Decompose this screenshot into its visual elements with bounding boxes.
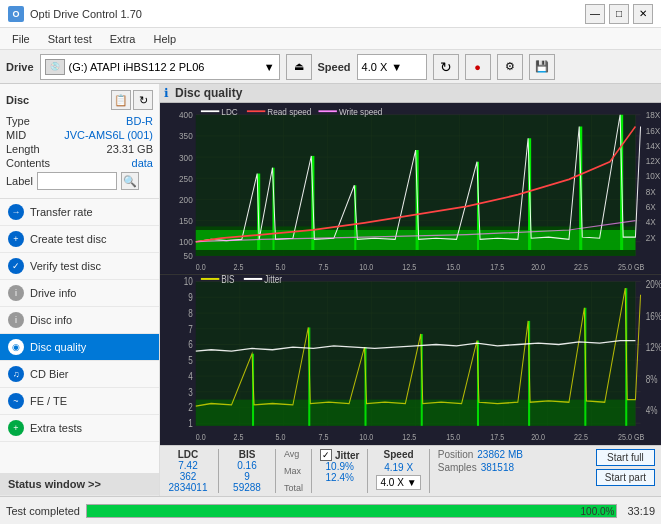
- disc-contents-label: Contents: [6, 157, 50, 169]
- avg-label: Avg: [284, 449, 303, 459]
- bis-total: 59288: [233, 482, 261, 493]
- maximize-button[interactable]: □: [609, 4, 629, 24]
- svg-text:14X: 14X: [646, 140, 661, 151]
- drive-selector[interactable]: 💿 (G:) ATAPI iHBS112 2 PL06 ▼: [40, 54, 280, 80]
- drive-info-icon: i: [8, 285, 24, 301]
- position-label: Position: [438, 449, 474, 460]
- menu-bar: File Start test Extra Help: [0, 28, 661, 50]
- sidebar-item-drive-info[interactable]: i Drive info: [0, 280, 159, 307]
- sidebar-item-cd-bier[interactable]: ♫ CD Bier: [0, 361, 159, 388]
- svg-text:12.5: 12.5: [402, 432, 416, 442]
- title-bar-controls: — □ ✕: [585, 4, 653, 24]
- disc-quality-label: Disc quality: [30, 341, 86, 353]
- minimize-button[interactable]: —: [585, 4, 605, 24]
- svg-text:7.5: 7.5: [318, 263, 328, 273]
- svg-text:7.5: 7.5: [318, 432, 328, 442]
- fe-te-icon: ~: [8, 393, 24, 409]
- ldc-header: LDC: [178, 449, 199, 460]
- sidebar-item-disc-quality[interactable]: ◉ Disc quality: [0, 334, 159, 361]
- ldc-max: 362: [180, 471, 197, 482]
- panel-title: Disc quality: [175, 86, 242, 100]
- close-button[interactable]: ✕: [633, 4, 653, 24]
- status-window-button[interactable]: Status window >>: [0, 473, 159, 496]
- disc-copy-icon[interactable]: 📋: [111, 90, 131, 110]
- speed-label: Speed: [318, 61, 351, 73]
- svg-text:22.5: 22.5: [574, 263, 588, 273]
- create-test-disc-icon: +: [8, 231, 24, 247]
- jitter-checkbox[interactable]: ✓: [320, 449, 332, 461]
- sidebar-item-verify-test-disc[interactable]: ✓ Verify test disc: [0, 253, 159, 280]
- jitter-header: Jitter: [335, 450, 359, 461]
- stats-labels: Avg Max Total: [284, 449, 303, 493]
- ldc-total: 2834011: [169, 482, 208, 493]
- speed-stat-label: Speed: [384, 449, 414, 460]
- svg-text:25.0 GB: 25.0 GB: [618, 432, 645, 442]
- menu-help[interactable]: Help: [145, 31, 184, 47]
- ldc-chart: 400 350 300 250 200 150 100 50 18X 16X 1…: [160, 103, 661, 275]
- disc-label-input[interactable]: [37, 172, 117, 190]
- title-bar-left: O Opti Drive Control 1.70: [8, 6, 142, 22]
- jitter-stats: ✓ Jitter 10.9% 12.4%: [320, 449, 359, 493]
- sidebar-item-create-test-disc[interactable]: + Create test disc: [0, 226, 159, 253]
- extra-tests-label: Extra tests: [30, 422, 82, 434]
- svg-text:400: 400: [179, 110, 193, 121]
- svg-text:Jitter: Jitter: [264, 275, 282, 285]
- time-display: 33:19: [627, 505, 655, 517]
- svg-text:Write speed: Write speed: [339, 106, 383, 117]
- disc-length-label: Length: [6, 143, 40, 155]
- cd-bier-icon: ♫: [8, 366, 24, 382]
- speed-value: 4.0 X: [362, 61, 388, 73]
- sidebar-item-extra-tests[interactable]: + Extra tests: [0, 415, 159, 442]
- sidebar-item-fe-te[interactable]: ~ FE / TE: [0, 388, 159, 415]
- jitter-max: 12.4%: [326, 472, 354, 483]
- disc-mid-row: MID JVC-AMS6L (001): [6, 128, 153, 142]
- svg-text:250: 250: [179, 173, 193, 184]
- menu-extra[interactable]: Extra: [102, 31, 144, 47]
- position-row: Position 23862 MB: [438, 449, 523, 460]
- app-icon: O: [8, 6, 24, 22]
- disc-button[interactable]: ●: [465, 54, 491, 80]
- save-button[interactable]: 💾: [529, 54, 555, 80]
- status-text: Test completed: [6, 505, 80, 517]
- svg-text:2.5: 2.5: [234, 432, 244, 442]
- menu-start-test[interactable]: Start test: [40, 31, 100, 47]
- svg-text:0.0: 0.0: [196, 432, 206, 442]
- disc-contents-row: Contents data: [6, 156, 153, 170]
- transfer-rate-icon: →: [8, 204, 24, 220]
- disc-type-row: Type BD-R: [6, 114, 153, 128]
- svg-text:5.0: 5.0: [276, 263, 286, 273]
- speed-stat-dropdown-icon: ▼: [407, 477, 417, 488]
- total-label: Total: [284, 483, 303, 493]
- settings-button[interactable]: ⚙: [497, 54, 523, 80]
- eject-button[interactable]: ⏏: [286, 54, 312, 80]
- divider1: [218, 449, 219, 493]
- svg-text:10X: 10X: [646, 171, 661, 182]
- drive-info-label: Drive info: [30, 287, 76, 299]
- svg-text:4%: 4%: [646, 403, 658, 415]
- ldc-stats: LDC 7.42 362 2834011: [166, 449, 210, 493]
- svg-text:LDC: LDC: [221, 106, 238, 117]
- transfer-rate-label: Transfer rate: [30, 206, 93, 218]
- sidebar-item-disc-info[interactable]: i Disc info: [0, 307, 159, 334]
- drive-name: (G:) ATAPI iHBS112 2 PL06: [69, 61, 205, 73]
- speed-stat-val: 4.19 X: [384, 462, 413, 473]
- start-full-button[interactable]: Start full: [596, 449, 655, 466]
- refresh-button[interactable]: ↻: [433, 54, 459, 80]
- disc-refresh-icon[interactable]: ↻: [133, 90, 153, 110]
- status-window-label: Status window >>: [8, 478, 101, 490]
- svg-text:20%: 20%: [646, 278, 661, 290]
- svg-text:8X: 8X: [646, 186, 656, 197]
- speed-stat-selector[interactable]: 4.0 X ▼: [376, 475, 420, 490]
- charts-container: 400 350 300 250 200 150 100 50 18X 16X 1…: [160, 103, 661, 445]
- samples-row: Samples 381518: [438, 462, 523, 473]
- sidebar-item-transfer-rate[interactable]: → Transfer rate: [0, 199, 159, 226]
- svg-text:12X: 12X: [646, 156, 661, 167]
- fe-te-label: FE / TE: [30, 395, 67, 407]
- disc-label-edit-button[interactable]: 🔍: [121, 172, 139, 190]
- speed-selector[interactable]: 4.0 X ▼: [357, 54, 427, 80]
- menu-file[interactable]: File: [4, 31, 38, 47]
- start-part-button[interactable]: Start part: [596, 469, 655, 486]
- panel-header: ℹ Disc quality: [160, 84, 661, 103]
- svg-text:50: 50: [184, 251, 193, 262]
- title-bar: O Opti Drive Control 1.70 — □ ✕: [0, 0, 661, 28]
